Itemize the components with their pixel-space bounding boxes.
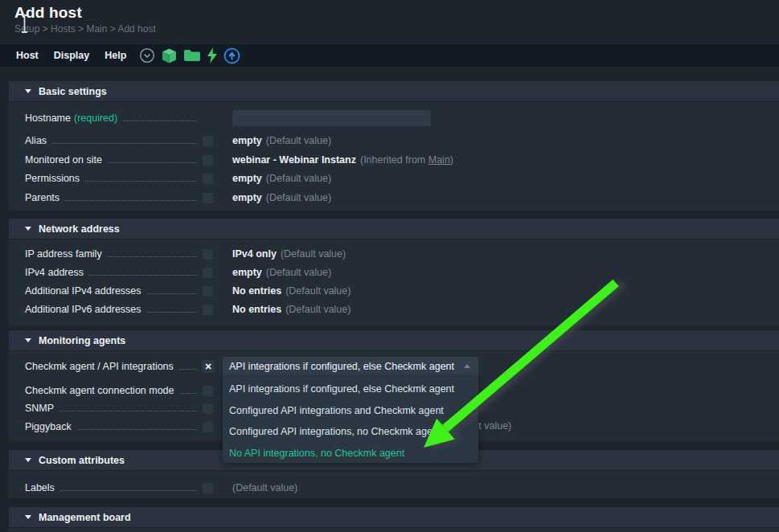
ip-family-value: IPv4 only [232, 248, 277, 260]
ipv4-checkbox[interactable] [203, 268, 213, 278]
labels-label: Labels [25, 482, 55, 493]
site-inherited-note: (Inherited from Main) [360, 154, 453, 166]
form-row-additional-ipv4: Additional IPv4 addresses No entries(Def… [25, 284, 771, 297]
collapse-triangle-icon [25, 338, 31, 342]
menu-host[interactable]: Host [16, 50, 39, 61]
menubar: Host Display Help [0, 44, 779, 67]
ipv4-label: IPv4 address [25, 267, 84, 278]
agent-type-select-head[interactable]: API integrations if configured, else Che… [223, 357, 478, 375]
section-header-management-board[interactable]: Management board [9, 507, 779, 528]
checkmk-agent-checkbox-checked[interactable]: ✕ [202, 360, 215, 373]
folder-icon[interactable] [183, 48, 201, 63]
ip-family-checkbox[interactable] [203, 249, 213, 260]
dotted-leader [89, 274, 197, 276]
section-title: Network address [39, 223, 120, 235]
form-row-ip-family: IP address family IPv4 only(Default valu… [25, 248, 771, 260]
permissions-checkbox[interactable] [203, 174, 213, 184]
checkmk-agent-label: Checkmk agent / API integrations [25, 361, 174, 372]
section-header-basic-settings[interactable]: Basic settings [9, 81, 779, 102]
add-host-page: Add host Setup > Hosts > Main > Add host… [0, 0, 779, 532]
additional-ipv6-value: No entries [232, 304, 281, 315]
dotted-leader [59, 410, 197, 411]
permissions-value: empty [232, 173, 262, 184]
site-label: Monitored on site [25, 154, 102, 166]
chevron-down-circle-icon[interactable] [139, 47, 155, 63]
breadcrumb[interactable]: Setup > Hosts > Main > Add host [14, 23, 156, 35]
required-hint: (required) [74, 113, 117, 124]
bolt-icon[interactable] [207, 47, 218, 63]
parents-label: Parents [25, 192, 59, 203]
labels-checkbox[interactable] [203, 483, 213, 493]
form-row-alias: Alias empty(Default value) [25, 134, 771, 147]
dotted-leader [65, 199, 197, 201]
menu-display[interactable]: Display [54, 50, 89, 61]
ip-family-label: IP address family [25, 248, 102, 260]
dotted-leader [179, 368, 197, 370]
section-network-address: Network address IP address family IPv4 o… [9, 219, 779, 325]
connection-mode-checkbox[interactable] [203, 386, 213, 396]
option-api-and-agent[interactable]: Configured API integrations and Checkmk … [229, 403, 472, 418]
arrow-up-circle-icon[interactable] [223, 47, 240, 64]
dotted-leader [180, 392, 197, 394]
form-row-monitored-on-site: Monitored on site webinar - Webinar Inst… [25, 153, 771, 166]
option-api-no-agent[interactable]: Configured API integrations, no Checkmk … [229, 424, 472, 439]
form-row-ipv4-address: IPv4 address empty(Default value) [25, 266, 771, 279]
additional-ipv6-label: Additional IPv6 addresses [25, 304, 141, 315]
inherited-from-link[interactable]: Main [428, 154, 450, 166]
agent-type-options-panel: API integrations if configured, else Che… [223, 375, 478, 463]
site-value: webinar - Webinar Instanz [232, 154, 356, 166]
parents-default-note: (Default value) [266, 192, 331, 203]
section-management-board: Management board [9, 507, 779, 532]
alias-checkbox[interactable] [203, 136, 213, 146]
dotted-leader [147, 293, 197, 294]
snmp-checkbox[interactable] [203, 403, 213, 414]
parents-checkbox[interactable] [203, 193, 213, 203]
option-no-api-no-agent[interactable]: No API integrations, no Checkmk agent [229, 446, 472, 460]
section-header-network-address[interactable]: Network address [9, 219, 779, 239]
section-title: Custom attributes [39, 455, 125, 466]
snmp-label: SNMP [25, 403, 54, 414]
dotted-leader [77, 428, 197, 430]
additional-ipv4-label: Additional IPv4 addresses [25, 285, 141, 297]
section-basic-settings: Basic settings Hostname (required) Alias… [9, 81, 779, 211]
agent-type-selected-value: API integrations if configured, else Che… [229, 361, 454, 372]
additional-ipv4-value: No entries [232, 285, 281, 297]
dotted-leader [108, 256, 197, 257]
site-checkbox[interactable] [203, 155, 213, 166]
page-title: Add host [14, 4, 82, 22]
connection-mode-label: Checkmk agent connection mode [25, 385, 174, 396]
additional-ipv4-default-note: (Default value) [285, 285, 351, 297]
section-header-monitoring-agents[interactable]: Monitoring agents [9, 330, 779, 351]
collapse-triangle-icon [25, 227, 31, 231]
dotted-leader [123, 120, 197, 121]
dotted-leader [108, 162, 197, 163]
form-row-labels: Labels (Default value) [25, 481, 771, 494]
dotted-leader [85, 180, 197, 182]
ipv4-value: empty [232, 267, 262, 278]
parents-value: empty [232, 192, 262, 203]
menubar-icons [139, 47, 240, 64]
collapse-triangle-icon [25, 458, 31, 462]
menu-help[interactable]: Help [105, 50, 126, 61]
option-api-else-agent[interactable]: API integrations if configured, else Che… [229, 382, 472, 396]
dotted-leader [52, 142, 197, 144]
section-title: Basic settings [39, 86, 107, 97]
package-icon[interactable] [161, 47, 178, 64]
ipv4-default-note: (Default value) [266, 267, 331, 278]
additional-ipv6-default-note: (Default value) [285, 304, 351, 315]
labels-default-note: (Default value) [232, 482, 297, 493]
section-title: Monitoring agents [39, 335, 125, 346]
piggyback-label: Piggyback [25, 421, 72, 432]
collapse-triangle-icon [25, 89, 31, 93]
form-row-additional-ipv6: Additional IPv6 addresses No entries(Def… [25, 303, 771, 316]
permissions-label: Permissions [25, 173, 80, 184]
form-row-parents: Parents empty(Default value) [25, 191, 771, 204]
collapse-triangle-icon [25, 515, 31, 519]
dotted-leader [147, 311, 197, 313]
additional-ipv6-checkbox[interactable] [203, 305, 213, 315]
additional-ipv4-checkbox[interactable] [203, 286, 213, 297]
inherited-text-close: ) [450, 154, 453, 166]
hostname-input[interactable] [232, 110, 431, 126]
piggyback-checkbox[interactable] [203, 422, 213, 432]
inherited-text: (Inherited from [360, 154, 425, 166]
